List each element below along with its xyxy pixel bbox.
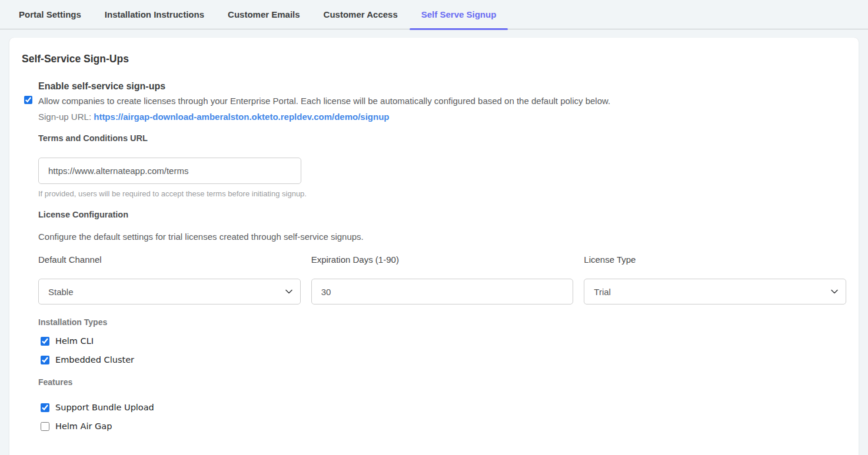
terms-url-input[interactable]: [38, 158, 301, 184]
settings-tab-bar: Portal Settings Installation Instruction…: [0, 0, 868, 29]
feature-row: Support Bundle Upload: [41, 403, 846, 412]
helm-air-gap-checkbox[interactable]: [41, 422, 49, 431]
support-bundle-upload-checkbox[interactable]: [41, 403, 49, 412]
license-configuration-description: Configure the default settings for trial…: [38, 232, 846, 242]
enable-signups-description: Allow companies to create licenses throu…: [38, 95, 846, 107]
license-fields-grid: Default Channel Stable Expiration Days (…: [38, 255, 846, 305]
signup-url-link[interactable]: https://airgap-download-amberalston.okte…: [94, 112, 389, 122]
embedded-cluster-checkbox[interactable]: [41, 356, 49, 364]
helm-cli-checkbox[interactable]: [41, 337, 49, 346]
tab-self-serve-signup[interactable]: Self Serve Signup: [410, 0, 508, 29]
support-bundle-upload-label[interactable]: Support Bundle Upload: [55, 403, 154, 412]
tab-portal-settings[interactable]: Portal Settings: [7, 0, 93, 29]
license-type-select[interactable]: Trial: [584, 279, 846, 305]
enable-signups-checkbox[interactable]: [24, 96, 32, 104]
expiration-days-label: Expiration Days (1-90): [311, 255, 574, 265]
signup-settings-section: Enable self-service sign-ups Allow compa…: [38, 81, 846, 431]
installation-type-row: Embedded Cluster: [41, 355, 846, 364]
license-type-label: License Type: [584, 255, 846, 265]
embedded-cluster-label[interactable]: Embedded Cluster: [55, 355, 134, 364]
terms-url-helper-text: If provided, users will be required to a…: [38, 189, 846, 198]
default-channel-label: Default Channel: [38, 255, 301, 265]
helm-air-gap-label[interactable]: Helm Air Gap: [55, 421, 112, 431]
license-type-field: License Type Trial: [584, 255, 846, 305]
page-title: Self-Service Sign-Ups: [22, 53, 846, 65]
installation-types-label: Installation Types: [38, 317, 846, 327]
helm-cli-label[interactable]: Helm CLI: [55, 336, 94, 346]
expiration-days-input[interactable]: [311, 279, 574, 305]
enable-signups-row: Allow companies to create licenses throu…: [38, 95, 846, 122]
self-service-signups-card: Self-Service Sign-Ups Enable self-servic…: [9, 38, 859, 455]
default-channel-select[interactable]: Stable: [38, 279, 301, 305]
expiration-days-field: Expiration Days (1-90): [311, 255, 574, 305]
default-channel-field: Default Channel Stable: [38, 255, 301, 305]
tab-installation-instructions[interactable]: Installation Instructions: [93, 0, 216, 29]
signup-url-label: Sign-up URL:: [38, 112, 91, 122]
tab-customer-access[interactable]: Customer Access: [312, 0, 410, 29]
installation-type-row: Helm CLI: [41, 336, 846, 346]
feature-row: Helm Air Gap: [41, 421, 846, 431]
tab-customer-emails[interactable]: Customer Emails: [216, 0, 312, 29]
license-configuration-heading: License Configuration: [38, 210, 846, 219]
features-label: Features: [38, 377, 846, 387]
signup-url-line: Sign-up URL: https://airgap-download-amb…: [38, 112, 846, 122]
terms-url-label: Terms and Conditions URL: [38, 133, 846, 143]
enable-signups-heading: Enable self-service sign-ups: [38, 81, 846, 92]
